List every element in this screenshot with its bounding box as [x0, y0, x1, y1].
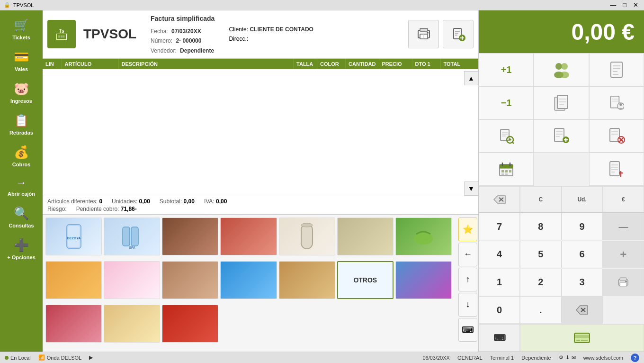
product-meat[interactable]: [220, 218, 277, 255]
btn-2[interactable]: 2: [520, 269, 561, 296]
units-button[interactable]: Ud.: [562, 186, 603, 212]
product-fruit[interactable]: [45, 261, 102, 299]
product-otros[interactable]: OTROS: [337, 261, 394, 299]
ingresos-icon: 🐷: [14, 82, 29, 96]
sidebar: 🛒 Tickets 💳 Vales 🐷 Ingresos 📋 Retiradas…: [0, 10, 43, 352]
product-canned[interactable]: [337, 218, 394, 255]
print-ticket-button[interactable]: [408, 20, 439, 48]
sidebar-label-vales: Vales: [15, 66, 28, 72]
btn-print[interactable]: [603, 269, 644, 296]
seller-label: Vendedor:: [151, 47, 177, 54]
search-ticket-button[interactable]: [479, 119, 534, 153]
product-paper-roll[interactable]: [279, 218, 335, 255]
numpad-top: C Ud. €: [479, 186, 644, 213]
svg-rect-25: [611, 62, 622, 77]
retiradas-icon: 📋: [14, 113, 29, 128]
sidebar-label-abrir-cajon: Abrir cajón: [8, 191, 35, 197]
pay-button[interactable]: [520, 324, 644, 352]
invoice-actions: [408, 20, 474, 48]
btn-minus[interactable]: —: [603, 213, 644, 240]
product-tea[interactable]: [395, 218, 452, 255]
sidebar-item-ingresos[interactable]: 🐷 Ingresos: [2, 78, 40, 108]
btn-7[interactable]: 7: [479, 213, 520, 240]
sidebar-item-cobros[interactable]: 💰 Cobros: [2, 141, 40, 171]
product-icecream[interactable]: [104, 261, 160, 299]
clear-button[interactable]: C: [520, 186, 561, 212]
close-button[interactable]: ✕: [631, 1, 640, 9]
product-spa[interactable]: SPA: [104, 218, 160, 255]
invoice-details: Factura simplificada Fecha: 07/03/20XX N…: [151, 13, 215, 55]
product-colorful[interactable]: [395, 261, 452, 299]
iva-label: IVA: 0,00: [204, 198, 227, 205]
col-art: ARTÍCULO: [62, 59, 118, 69]
scroll-down-button[interactable]: ▼: [464, 182, 478, 196]
ticket-ops-button[interactable]: [589, 153, 644, 186]
svg-rect-91: [581, 340, 588, 341]
cancel-ticket-button[interactable]: [589, 119, 644, 153]
app-icon: 🔒: [4, 2, 10, 8]
play-icon[interactable]: ▶: [89, 354, 93, 361]
copy-invoice-button[interactable]: [534, 86, 589, 119]
keyboard-bottom-button[interactable]: ⌨: [479, 324, 520, 352]
minimize-button[interactable]: —: [608, 1, 618, 9]
status-date: 06/03/20XX: [422, 355, 450, 361]
down-button[interactable]: ↓: [458, 293, 477, 317]
unidades-label: Unidades: 0,00: [112, 198, 150, 205]
product-bezoya[interactable]: BEZOYA: [45, 218, 102, 255]
sidebar-label-ingresos: Ingresos: [10, 98, 32, 104]
invoice-brand: TPVSOL: [83, 27, 136, 42]
client-invoice-button[interactable]: [589, 86, 644, 119]
product-drinks[interactable]: [162, 305, 218, 343]
right-panel: 0,00 € +1: [478, 10, 644, 352]
sidebar-item-abrir-cajon[interactable]: → Abrir cajón: [2, 173, 40, 200]
amount-value: 0,00 €: [572, 19, 635, 45]
invoice-header: Ts ≡≡≡ TPVSOL Factura simplificada Fecha…: [43, 10, 478, 59]
sidebar-item-vales[interactable]: 💳 Vales: [2, 46, 40, 76]
add-line-button[interactable]: [534, 119, 589, 153]
col-precio: PRECIO: [379, 59, 412, 69]
status-context: GENERAL: [457, 355, 483, 361]
sidebar-item-retiradas[interactable]: 📋 Retiradas: [2, 109, 40, 139]
btn-1[interactable]: 1: [479, 269, 520, 296]
star-button[interactable]: ⭐: [458, 218, 477, 241]
euro-button[interactable]: €: [603, 186, 644, 212]
up-button[interactable]: ↑: [458, 268, 477, 291]
help-icon[interactable]: ?: [631, 354, 639, 362]
number-value: 2- 000000: [176, 37, 201, 44]
product-food2[interactable]: [104, 305, 160, 343]
product-cleaning[interactable]: [220, 261, 277, 299]
keyboard-button[interactable]: ⌨: [458, 318, 477, 342]
btn-9[interactable]: 9: [562, 213, 603, 240]
btn-5[interactable]: 5: [520, 241, 561, 268]
btn-enter-back[interactable]: [562, 296, 603, 324]
plus1-button[interactable]: +1: [479, 53, 534, 86]
svg-text:SPA: SPA: [129, 246, 135, 249]
calendar-button[interactable]: [479, 153, 534, 186]
btn-dot[interactable]: .: [520, 296, 561, 324]
backspace-button[interactable]: [479, 186, 520, 212]
sidebar-item-tickets[interactable]: 🛒 Tickets: [2, 14, 40, 44]
minus1-button[interactable]: −1: [479, 86, 534, 119]
btn-3[interactable]: 3: [562, 269, 603, 296]
sidebar-item-opciones[interactable]: ➕ + Opciones: [2, 234, 40, 264]
product-snack[interactable]: [279, 261, 335, 299]
product-row-3: [43, 302, 455, 345]
product-coffee2[interactable]: [162, 261, 218, 299]
maximize-button[interactable]: □: [621, 1, 628, 9]
scroll-up-button[interactable]: ▲: [464, 71, 478, 85]
numpad-bottom: ⌨: [479, 324, 644, 352]
invoice-view-button[interactable]: [589, 53, 644, 86]
sidebar-item-consultas[interactable]: 🔍 Consultas: [2, 202, 40, 232]
btn-8[interactable]: 8: [520, 213, 561, 240]
new-ticket-button[interactable]: [443, 20, 474, 48]
btn-plus[interactable]: +: [603, 241, 644, 268]
clients-button[interactable]: [534, 53, 589, 86]
btn-0[interactable]: 0: [479, 296, 520, 324]
back-button[interactable]: ←: [458, 243, 477, 266]
col-talla: TALLA: [294, 59, 317, 69]
btn-6[interactable]: 6: [562, 241, 603, 268]
address-label: Direcc.:: [229, 36, 248, 42]
btn-4[interactable]: 4: [479, 241, 520, 268]
product-notebook[interactable]: [45, 305, 102, 343]
product-coffee-beans[interactable]: [162, 218, 218, 255]
